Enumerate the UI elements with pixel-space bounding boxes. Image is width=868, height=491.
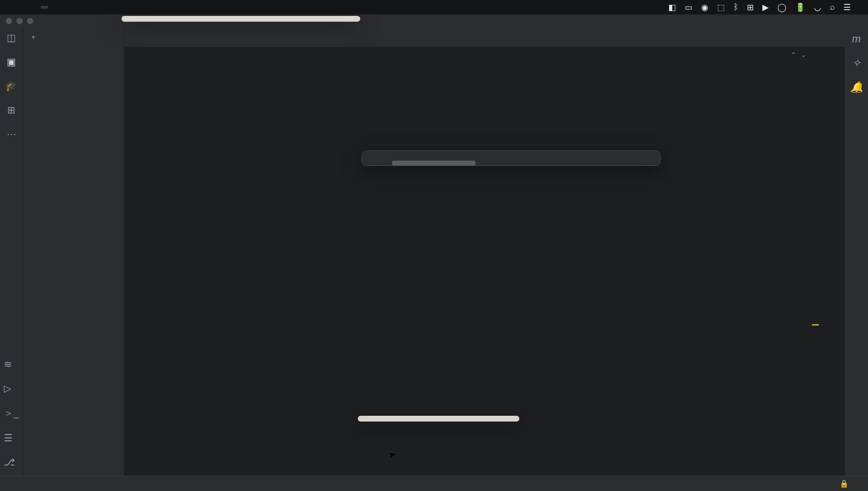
- problems-icon[interactable]: ☰: [4, 432, 19, 444]
- chevron-down-icon: ▾: [32, 34, 35, 41]
- layers-icon[interactable]: ≋: [4, 358, 19, 370]
- structure-icon[interactable]: ⊞: [7, 104, 15, 116]
- traffic-min[interactable]: [16, 18, 23, 24]
- wifi-icon[interactable]: ◡: [814, 2, 821, 13]
- run-icon[interactable]: ▷: [4, 382, 19, 394]
- tray-icon[interactable]: ◉: [701, 2, 708, 13]
- notifications-icon[interactable]: 🔔: [850, 81, 863, 94]
- graduation-icon[interactable]: 🎓: [5, 80, 17, 92]
- search-icon[interactable]: ⌕: [830, 2, 835, 12]
- tray-icon[interactable]: ⊞: [747, 2, 754, 13]
- tray-icon[interactable]: ⬚: [717, 2, 725, 13]
- status-bar: 🔒: [0, 476, 868, 491]
- user-icon[interactable]: ◯: [777, 2, 787, 13]
- menu-edit[interactable]: [41, 6, 48, 9]
- minimap-marker: [812, 324, 819, 326]
- project-pane: ▾: [23, 27, 124, 476]
- control-center-icon[interactable]: ☰: [843, 2, 851, 13]
- tray-icon[interactable]: ▶: [762, 2, 769, 13]
- macos-menubar: ◧ ▭ ◉ ⬚ ᛒ ⊞ ▶ ◯ 🔋 ◡ ⌕ ☰: [0, 0, 868, 14]
- horizontal-scrollbar[interactable]: [362, 161, 660, 165]
- m-tool-icon[interactable]: m: [852, 33, 861, 45]
- code-editor[interactable]: [124, 47, 845, 53]
- bookmarks-title: [362, 151, 660, 161]
- terminal-icon[interactable]: ＞_: [4, 407, 19, 420]
- bluetooth-icon[interactable]: ᛒ: [733, 2, 738, 12]
- bookmarks-popup: [362, 150, 661, 166]
- editor-warnings[interactable]: ⌃ ⌄: [781, 51, 806, 58]
- editor-area: ⌃ ⌄: [124, 27, 845, 476]
- bookmark-stripe-icon[interactable]: ◫: [7, 32, 16, 43]
- readonly-icon[interactable]: 🔒: [840, 479, 849, 488]
- project-tree[interactable]: [23, 47, 124, 476]
- edit-menu: [122, 16, 360, 22]
- git-icon[interactable]: ⎇: [4, 456, 19, 468]
- traffic-max[interactable]: [27, 18, 33, 24]
- bookmarks-submenu: [358, 416, 519, 422]
- more-icon[interactable]: ⋯: [7, 128, 16, 140]
- ai-tool-icon[interactable]: ✧: [852, 57, 861, 69]
- project-icon[interactable]: ▣: [7, 56, 16, 68]
- editor-tabs: [124, 27, 845, 47]
- tray-icon[interactable]: ▭: [685, 2, 692, 13]
- project-header[interactable]: ▾: [23, 27, 124, 47]
- chevron-up-icon[interactable]: ⌃: [791, 51, 796, 58]
- traffic-close[interactable]: [6, 18, 12, 24]
- chevron-down-icon[interactable]: ⌄: [801, 51, 806, 58]
- right-toolrail: m ✧ 🔔: [845, 27, 868, 476]
- battery-icon[interactable]: 🔋: [795, 2, 805, 13]
- left-toolrail: ◫ ▣ 🎓 ⊞ ⋯ ≋ ▷ ＞_ ☰ ⎇: [0, 27, 23, 476]
- tray-icon[interactable]: ◧: [668, 2, 676, 13]
